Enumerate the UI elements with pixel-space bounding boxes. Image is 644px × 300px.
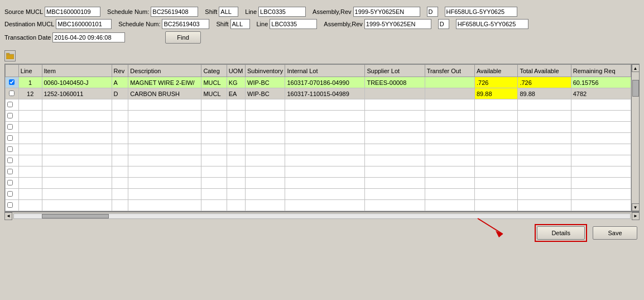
vertical-scrollbar[interactable]: ▲ ▼ [631, 64, 639, 211]
cell-total-available: .726 [518, 77, 571, 88]
dest-mucl-input[interactable] [56, 19, 112, 29]
row-checkbox[interactable] [6, 122, 19, 133]
table-row[interactable] [6, 99, 631, 111]
col-header-supplier-lot: Supplier Lot [365, 65, 425, 77]
folder-icon[interactable] [4, 50, 16, 61]
header-row-3: Transaction Date Find [4, 31, 640, 44]
d-2-input[interactable] [438, 19, 449, 29]
col-header-remaining-req: Remaining Req [571, 65, 631, 77]
scroll-up-button[interactable]: ▲ [632, 64, 640, 72]
scroll-thumb-h[interactable] [42, 214, 109, 218]
row-checkbox[interactable] [6, 178, 19, 189]
table-row[interactable] [6, 133, 631, 144]
cell-categ: MUCL [201, 88, 227, 99]
row-checkbox[interactable] [6, 166, 19, 178]
assembly-rev-1-input[interactable] [353, 7, 420, 17]
cell-total-available: 89.88 [518, 88, 571, 99]
table-row[interactable]: 1 0060-1040450-J A MAGNET WIRE 2-EIW/ MU… [6, 77, 631, 88]
table-row[interactable] [6, 200, 631, 211]
cell-uom: KG [227, 77, 245, 88]
scroll-left-button[interactable]: ◄ [4, 212, 12, 220]
line-1-label: Line [245, 8, 257, 15]
source-mucl-input[interactable] [45, 7, 100, 17]
table-row[interactable] [6, 189, 631, 200]
cell-item: 1252-1060011 [42, 88, 112, 99]
cell-available: .726 [474, 77, 517, 88]
horizontal-scrollbar[interactable]: ◄ ► [4, 212, 640, 220]
schedule-num-2-label: Schedule Num: [118, 21, 160, 27]
icon-bar [4, 50, 640, 61]
header-row-2: Destination MUCL Schedule Num: Shift Lin… [4, 19, 640, 29]
source-mucl-label: Source MUCL [4, 8, 43, 15]
assembly-rev-1-label: Assembly,Rev [313, 8, 351, 15]
schedule-num-1-input[interactable] [151, 7, 198, 17]
row-checkbox[interactable] [6, 77, 19, 88]
details-button[interactable]: Details [537, 226, 585, 240]
shift-2-input[interactable] [230, 19, 250, 29]
line-1-group: Line [245, 7, 306, 17]
table-row[interactable] [6, 155, 631, 166]
cell-rev: A [112, 77, 128, 88]
line-2-label: Line [257, 21, 268, 27]
table-row[interactable] [6, 144, 631, 155]
schedule-num-2-group: Schedule Num: [118, 19, 209, 29]
row-checkbox[interactable] [6, 99, 19, 111]
schedule-num-1-group: Schedule Num: [107, 7, 198, 17]
line-2-group: Line [257, 19, 318, 29]
shift-1-label: Shift [205, 8, 217, 15]
row-checkbox[interactable] [6, 155, 19, 166]
cell-description: MAGNET WIRE 2-EIW/ [128, 77, 201, 88]
d-1-group [427, 7, 438, 17]
cell-available: 89.88 [474, 88, 517, 99]
cell-transfer-out [425, 88, 474, 99]
shift-2-label: Shift [216, 21, 228, 27]
cell-rev: D [112, 88, 128, 99]
save-button[interactable]: Save [593, 226, 637, 240]
col-header-available: Available [474, 65, 517, 77]
scroll-thumb[interactable] [632, 80, 639, 97]
assembly-rev-2-group: Assembly,Rev [324, 19, 431, 29]
line-2-input[interactable] [270, 19, 317, 29]
shift-2-group: Shift [216, 19, 249, 29]
assembly-rev-2-input[interactable] [364, 19, 431, 29]
scroll-down-button[interactable]: ▼ [632, 203, 640, 211]
table-row[interactable] [6, 122, 631, 133]
table-row[interactable] [6, 111, 631, 122]
source-mucl-group: Source MUCL [4, 7, 100, 17]
table-row[interactable] [6, 178, 631, 189]
cell-transfer-out [425, 77, 474, 88]
row-checkbox[interactable] [6, 200, 19, 211]
main-container: Source MUCL Schedule Num: Shift Line Ass… [0, 0, 644, 300]
shift-1-input[interactable] [219, 7, 238, 17]
transaction-date-input[interactable] [52, 32, 125, 42]
assembly-rev-2-label: Assembly,Rev [324, 21, 362, 27]
footer: Details Save [4, 220, 640, 246]
find-button[interactable]: Find [165, 31, 200, 44]
cell-item: 0060-1040450-J [42, 77, 112, 88]
col-header-description: Description [128, 65, 201, 77]
col-header-uom: UOM [227, 65, 245, 77]
d-1-input[interactable] [427, 7, 438, 17]
table-row[interactable]: 12 1252-1060011 D CARBON BRUSH MUCL EA W… [6, 88, 631, 99]
col-header-rev: Rev [112, 65, 128, 77]
row-checkbox[interactable] [6, 189, 19, 200]
scroll-right-button[interactable]: ► [632, 212, 640, 220]
row-checkbox[interactable] [6, 111, 19, 122]
hf-2-input[interactable] [456, 19, 528, 29]
cell-description: CARBON BRUSH [128, 88, 201, 99]
row-checkbox[interactable] [6, 88, 19, 99]
cell-internal-lot: 160317-070186-04990 [285, 77, 365, 88]
cell-subinventory: WIP-BC [246, 77, 285, 88]
col-header-total-available: Total Available [518, 65, 571, 77]
table-row[interactable] [6, 166, 631, 178]
header-row-1: Source MUCL Schedule Num: Shift Line Ass… [4, 7, 640, 17]
cell-line: 12 [18, 88, 42, 99]
header-section: Source MUCL Schedule Num: Shift Line Ass… [4, 4, 640, 48]
row-checkbox[interactable] [6, 133, 19, 144]
row-checkbox[interactable] [6, 144, 19, 155]
col-header-check [6, 65, 19, 77]
schedule-num-2-input[interactable] [162, 19, 209, 29]
hf-1-input[interactable] [445, 7, 517, 17]
cell-internal-lot: 160317-110015-04989 [285, 88, 365, 99]
line-1-input[interactable] [258, 7, 306, 17]
